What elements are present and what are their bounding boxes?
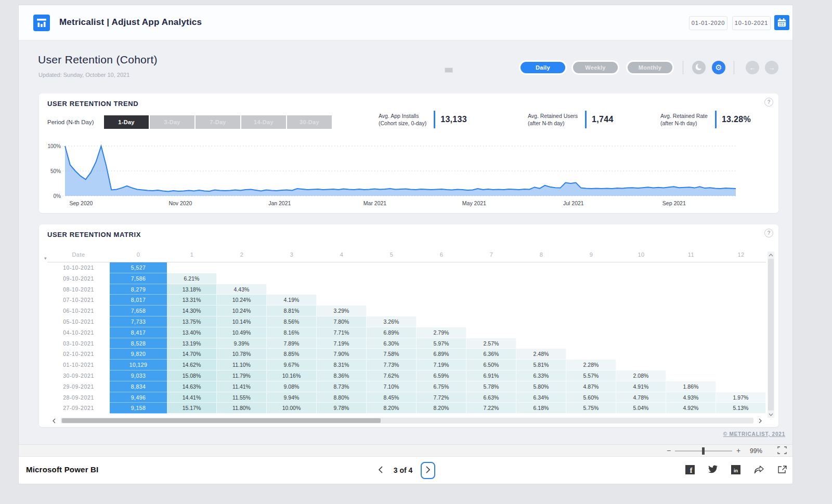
retention-cell[interactable]: 8.36% [317, 370, 367, 381]
retention-cell[interactable]: 5.81% [516, 360, 566, 370]
cohort-size-cell[interactable]: 9,820 [110, 349, 167, 360]
retention-cell[interactable]: 8.56% [267, 316, 317, 327]
facebook-share-button[interactable]: f [685, 465, 695, 476]
help-icon[interactable]: ? [764, 229, 773, 237]
retention-cell[interactable]: 7.90% [317, 349, 367, 360]
retention-cell[interactable]: 7.22% [466, 403, 516, 414]
retention-cell[interactable]: 10.78% [217, 349, 267, 360]
retention-cell[interactable]: 7.19% [317, 338, 367, 349]
retention-cell[interactable]: 4.43% [217, 284, 267, 295]
cohort-size-cell[interactable]: 9,033 [110, 370, 167, 381]
retention-cell[interactable]: 6.59% [417, 370, 466, 381]
matrix-column-header-3[interactable]: 3 [267, 251, 317, 258]
retention-cell[interactable]: 8.45% [367, 392, 417, 403]
nav-back-button[interactable]: ← [746, 61, 759, 74]
retention-cell[interactable]: 9.39% [217, 338, 267, 349]
retention-cell[interactable]: 8.31% [317, 360, 367, 370]
retention-cell[interactable]: 2.28% [566, 360, 616, 370]
vertical-scroll-thumb[interactable] [768, 259, 774, 410]
period-button-7-day[interactable]: 7-Day [196, 115, 240, 129]
matrix-column-header-0[interactable]: 0 [110, 251, 167, 258]
date-to-input[interactable]: 10-10-2021 [732, 16, 771, 30]
retention-cell[interactable]: 11.80% [217, 403, 267, 414]
retention-cell[interactable]: 13.18% [167, 284, 217, 295]
matrix-column-header-5[interactable]: 5 [367, 251, 417, 258]
retention-cell[interactable]: 13.19% [167, 338, 217, 349]
cohort-size-cell[interactable]: 8,528 [110, 338, 167, 349]
retention-cell[interactable]: 5.80% [516, 381, 566, 392]
retention-cell[interactable]: 2.48% [516, 349, 566, 360]
calendar-button[interactable] [774, 15, 789, 30]
retention-cell[interactable]: 14.41% [167, 392, 217, 403]
retention-cell[interactable]: 6.36% [466, 349, 516, 360]
retention-cell[interactable]: 4.78% [616, 392, 666, 403]
retention-cell[interactable]: 5.13% [716, 403, 766, 414]
date-from-input[interactable]: 01-01-2020 [689, 16, 727, 30]
cohort-size-cell[interactable]: 8,834 [110, 381, 167, 392]
period-button-1-day[interactable]: 1-Day [104, 115, 149, 129]
period-button-30-day[interactable]: 30-Day [287, 115, 332, 129]
retention-cell[interactable]: 7.71% [317, 327, 367, 338]
retention-cell[interactable]: 11.10% [217, 360, 267, 370]
matrix-column-header-10[interactable]: 10 [616, 251, 666, 258]
dark-mode-button[interactable] [692, 61, 706, 74]
retention-cell[interactable]: 6.50% [466, 360, 516, 370]
retention-cell[interactable]: 7.72% [417, 392, 466, 403]
matrix-column-header-date[interactable]: Date [47, 251, 110, 258]
cohort-size-cell[interactable]: 7,733 [110, 316, 167, 327]
help-icon[interactable]: ? [764, 98, 773, 107]
retention-cell[interactable]: 6.89% [367, 327, 417, 338]
retention-cell[interactable]: 7.73% [367, 360, 417, 370]
cohort-size-cell[interactable]: 7,658 [110, 306, 167, 316]
retention-cell[interactable]: 10.00% [267, 403, 317, 414]
retention-cell[interactable]: 6.21% [167, 273, 217, 284]
cohort-size-cell[interactable]: 9,496 [110, 392, 167, 403]
retention-cell[interactable]: 5.60% [566, 392, 616, 403]
retention-cell[interactable]: 3.26% [367, 316, 417, 327]
matrix-vertical-scrollbar[interactable] [768, 251, 774, 418]
scroll-up-icon[interactable] [768, 251, 774, 258]
next-page-button[interactable] [421, 462, 435, 479]
zoom-out-button[interactable]: − [667, 446, 671, 455]
retention-cell[interactable]: 7.80% [317, 316, 367, 327]
cohort-size-cell[interactable]: 8,017 [110, 295, 167, 306]
retention-cell[interactable]: 11.55% [217, 392, 267, 403]
scroll-left-icon[interactable] [50, 417, 58, 424]
cohort-size-cell[interactable]: 8,417 [110, 327, 167, 338]
cohort-size-cell[interactable]: 7,586 [110, 273, 167, 284]
retention-cell[interactable]: 11.79% [217, 370, 267, 381]
retention-cell[interactable]: 7.89% [267, 338, 317, 349]
retention-cell[interactable]: 4.87% [566, 381, 616, 392]
cohort-size-cell[interactable]: 5,527 [110, 262, 167, 273]
retention-cell[interactable]: 15.17% [167, 403, 217, 414]
retention-cell[interactable]: 14.30% [167, 306, 217, 316]
matrix-column-header-2[interactable]: 2 [217, 251, 267, 258]
retention-cell[interactable]: 15.08% [167, 370, 217, 381]
retention-cell[interactable]: 10.14% [217, 316, 267, 327]
retention-cell[interactable]: 6.18% [516, 403, 566, 414]
retention-cell[interactable]: 6.91% [466, 370, 516, 381]
period-button-3-day[interactable]: 3-Day [150, 115, 194, 129]
retention-cell[interactable]: 4.93% [666, 392, 716, 403]
retention-cell[interactable]: 6.30% [367, 338, 417, 349]
retention-cell[interactable]: 6.89% [417, 349, 466, 360]
cohort-size-cell[interactable]: 9,158 [110, 403, 167, 414]
retention-cell[interactable]: 14.70% [167, 349, 217, 360]
copyright-link[interactable]: © METRICALIST, 2021 [723, 431, 785, 437]
retention-cell[interactable]: 8.73% [317, 381, 367, 392]
retention-cell[interactable]: 2.08% [616, 370, 666, 381]
cohort-size-cell[interactable]: 8,279 [110, 284, 167, 295]
retention-cell[interactable]: 7.10% [367, 381, 417, 392]
retention-cell[interactable]: 6.34% [516, 392, 566, 403]
retention-cell[interactable]: 5.04% [616, 403, 666, 414]
retention-cell[interactable]: 9.67% [267, 360, 317, 370]
matrix-column-header-12[interactable]: 12 [716, 251, 766, 258]
matrix-horizontal-scrollbar[interactable] [61, 418, 753, 423]
matrix-column-header-4[interactable]: 4 [317, 251, 367, 258]
retention-cell[interactable]: 1.86% [666, 381, 716, 392]
nav-forward-button[interactable]: → [765, 61, 778, 74]
retention-cell[interactable]: 4.91% [616, 381, 666, 392]
scroll-down-icon[interactable] [768, 411, 774, 418]
retention-trend-chart[interactable]: 100%50%0%Sep 2020Nov 2020Jan 2021Mar 202… [39, 142, 762, 210]
retention-cell[interactable]: 8.16% [267, 327, 317, 338]
